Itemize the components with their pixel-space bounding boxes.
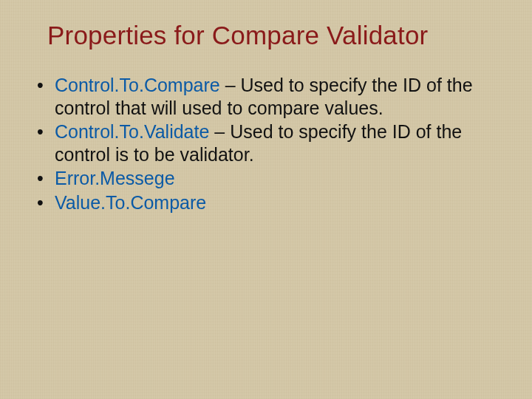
list-item: Value.To.Compare [35, 191, 502, 214]
property-term: Control.To.Compare [55, 75, 220, 95]
list-item: Error.Messege [35, 167, 502, 190]
bullet-list: Control.To.Compare – Used to specify the… [35, 74, 502, 214]
property-term: Error.Messege [55, 168, 175, 188]
slide-title: Properties for Compare Validator [47, 21, 502, 50]
property-term: Control.To.Validate [55, 121, 209, 142]
slide: Properties for Compare Validator Control… [0, 0, 532, 399]
list-item: Control.To.Compare – Used to specify the… [35, 74, 502, 119]
list-item: Control.To.Validate – Used to specify th… [35, 120, 502, 166]
property-term: Value.To.Compare [55, 192, 206, 213]
